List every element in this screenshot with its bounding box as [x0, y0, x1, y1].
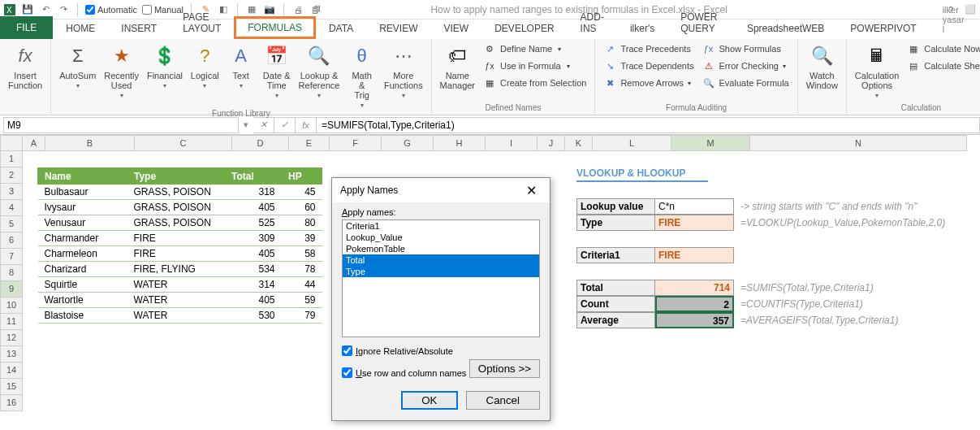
table-row[interactable]: CharizardFIRE, FLYING53478 [38, 262, 322, 277]
avg-value-cell[interactable]: 357 [655, 312, 734, 328]
remove-arrows-button[interactable]: ✖Remove Arrows ▾ [600, 75, 697, 91]
col-header-G[interactable]: G [382, 135, 434, 151]
row-header-3[interactable]: 3 [0, 184, 23, 200]
names-list[interactable]: Criteria1Lookup_ValuePokemonTableTotalTy… [342, 219, 540, 337]
row-header-16[interactable]: 16 [0, 395, 23, 411]
table-cell[interactable]: 405 [225, 293, 282, 308]
show-formulas-button[interactable]: ƒxShow Formulas [699, 41, 792, 57]
table-cell[interactable]: 405 [225, 246, 282, 262]
calculation-options-button[interactable]: 🖩 Calculation Options ▾ [852, 41, 902, 99]
col-header-I[interactable]: I [486, 135, 537, 151]
close-icon[interactable]: ✕ [521, 183, 542, 198]
col-header-A[interactable]: A [23, 135, 45, 151]
row-header-2[interactable]: 2 [0, 167, 23, 184]
col-header-N[interactable]: N [750, 135, 967, 151]
table-cell[interactable]: 525 [225, 215, 282, 231]
table-cell[interactable]: GRASS, POISON [127, 215, 225, 231]
camera-icon[interactable]: 📷 [263, 3, 276, 16]
row-header-5[interactable]: 5 [0, 216, 23, 232]
row-header-12[interactable]: 12 [0, 330, 23, 346]
table-cell[interactable]: FIRE [127, 246, 225, 262]
dialog-title-bar[interactable]: Apply Names ✕ [332, 178, 550, 202]
calculate-now-button[interactable]: ▦Calculate Now [904, 41, 980, 57]
tab-insert[interactable]: INSERT [108, 18, 170, 39]
fn-recently-used-button[interactable]: ★Recently Used▾ [101, 41, 142, 99]
table-cell[interactable]: 58 [282, 246, 322, 262]
table-cell[interactable]: FIRE, FLYING [127, 262, 225, 277]
table-header[interactable]: Name [38, 168, 127, 185]
table-cell[interactable]: WATER [127, 277, 225, 293]
automatic-checkbox[interactable]: Automatic [85, 5, 137, 15]
table-cell[interactable]: 78 [282, 262, 322, 277]
col-header-M[interactable]: M [671, 135, 750, 151]
col-header-F[interactable]: F [330, 135, 382, 151]
row-header-10[interactable]: 10 [0, 298, 23, 314]
col-header-J[interactable]: J [537, 135, 565, 151]
table-cell[interactable]: Charizard [38, 262, 127, 277]
row-header-6[interactable]: 6 [0, 232, 23, 249]
table-cell[interactable]: Venusaur [38, 215, 127, 231]
row-header-15[interactable]: 15 [0, 379, 23, 395]
tab-file[interactable]: FILE [0, 16, 53, 39]
redo-icon[interactable]: ↷ [57, 3, 70, 16]
table-row[interactable]: SquirtleWATER31444 [38, 277, 322, 293]
table-cell[interactable]: 534 [225, 262, 282, 277]
table-row[interactable]: CharmanderFIRE30939 [38, 231, 322, 246]
table-header[interactable]: HP [282, 168, 322, 185]
undo-icon[interactable]: ↶ [39, 3, 52, 16]
table-cell[interactable]: Ivysaur [38, 200, 127, 215]
lookup-value-cell[interactable]: C*n [655, 198, 734, 215]
user-name[interactable]: ilker yasar l [930, 0, 980, 39]
name-list-item[interactable]: Type [343, 266, 539, 277]
row-header-14[interactable]: 14 [0, 363, 23, 379]
table-row[interactable]: IvysaurGRASS, POISON40560 [38, 200, 322, 215]
tab-review[interactable]: REVIEW [366, 18, 430, 39]
table-row[interactable]: CharmeleonFIRE40558 [38, 246, 322, 262]
table-row[interactable]: VenusaurGRASS, POISON52580 [38, 215, 322, 231]
tab-formulas[interactable]: FORMULAS [234, 16, 316, 39]
table-cell[interactable]: 405 [225, 200, 282, 215]
tab-home[interactable]: HOME [53, 18, 108, 39]
col-header-C[interactable]: C [135, 135, 232, 151]
select-all-corner[interactable] [0, 135, 23, 151]
table-cell[interactable]: 309 [225, 231, 282, 246]
row-header-1[interactable]: 1 [0, 151, 23, 167]
table-cell[interactable]: GRASS, POISON [127, 200, 225, 215]
table-cell[interactable]: 44 [282, 277, 322, 293]
row-header-13[interactable]: 13 [0, 346, 23, 363]
col-header-H[interactable]: H [434, 135, 486, 151]
table-cell[interactable]: Squirtle [38, 277, 127, 293]
row-header-7[interactable]: 7 [0, 249, 23, 265]
col-header-E[interactable]: E [289, 135, 330, 151]
table-cell[interactable]: 80 [282, 215, 322, 231]
macro-icon[interactable]: ▦ [245, 3, 258, 16]
ignore-relative-checkbox[interactable]: Ignore Relative/Absolute [342, 345, 540, 356]
table-cell[interactable]: 39 [282, 231, 322, 246]
table-cell[interactable]: Charmeleon [38, 246, 127, 262]
criteria1-value-cell[interactable]: FIRE [655, 247, 734, 263]
row-header-11[interactable]: 11 [0, 314, 23, 330]
table-cell[interactable]: FIRE [127, 231, 225, 246]
evaluate-formula-button[interactable]: 🔍Evaluate Formula [699, 75, 792, 91]
print-icon[interactable]: 🖨 [291, 3, 304, 16]
col-header-K[interactable]: K [565, 135, 593, 151]
table-cell[interactable]: WATER [127, 308, 225, 324]
name-list-item[interactable]: Total [343, 254, 539, 266]
cancel-formula-icon[interactable]: ✕ [253, 117, 274, 133]
insert-function-button[interactable]: fx Insert Function [5, 41, 45, 90]
tab-powerpivot[interactable]: POWERPIVOT [837, 18, 929, 39]
fn-date-time-button[interactable]: 📅Date & Time▾ [260, 41, 294, 99]
table-cell[interactable]: 79 [282, 308, 322, 324]
enter-formula-icon[interactable]: ✓ [274, 117, 296, 133]
use-in-formula-button[interactable]: ƒxUse in Formula ▾ [480, 58, 589, 74]
tab-developer[interactable]: DEVELOPER [481, 18, 567, 39]
col-header-L[interactable]: L [593, 135, 671, 151]
count-value-cell[interactable]: 2 [655, 296, 734, 312]
error-checking-button[interactable]: ⚠Error Checking ▾ [699, 58, 792, 74]
total-value-cell[interactable]: 714 [655, 280, 734, 296]
col-header-B[interactable]: B [45, 135, 135, 151]
name-list-item[interactable]: Criteria1 [343, 220, 539, 232]
name-list-item[interactable]: PokemonTable [343, 243, 539, 254]
watch-window-button[interactable]: 🔍 Watch Window [803, 41, 841, 90]
table-cell[interactable]: Bulbasaur [38, 185, 127, 200]
